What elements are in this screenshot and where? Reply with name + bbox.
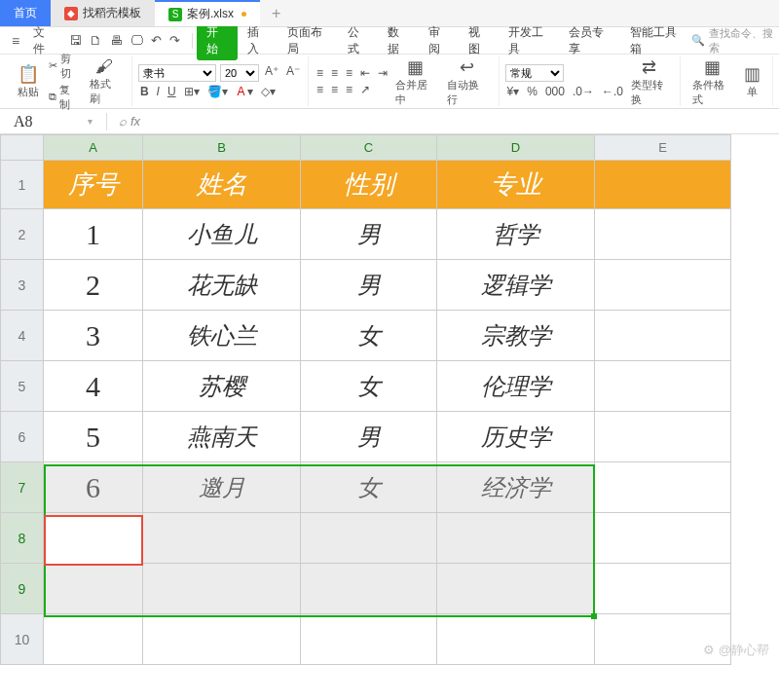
col-header-B[interactable]: B [143,135,301,161]
cell-style-button[interactable]: ▥单 [738,63,766,99]
font-color-button[interactable]: A▾ [234,85,255,98]
conditional-format-button[interactable]: ▦条件格式 [686,56,738,107]
align-center-icon[interactable]: ≡ [329,83,340,96]
menu-tab-review[interactable]: 审阅 [419,24,459,57]
wrap-text-button[interactable]: ↩自动换行 [441,56,493,107]
indent-dec-icon[interactable]: ⇤ [358,66,372,80]
row-header[interactable]: 3 [1,260,44,311]
cell[interactable]: 男 [301,260,437,311]
cell[interactable]: 花无缺 [143,260,301,311]
cell[interactable] [437,614,595,665]
row-header[interactable]: 6 [1,412,44,462]
menu-tab-formula[interactable]: 公式 [338,24,378,57]
undo-icon[interactable]: ↶ [151,33,162,48]
align-right-icon[interactable]: ≡ [344,83,354,96]
cell[interactable]: 女 [301,311,437,361]
dec-inc-icon[interactable]: .0→ [571,85,596,98]
save-icon[interactable]: 🖫 [69,33,82,48]
align-bot-icon[interactable]: ≡ [344,66,354,80]
cell[interactable]: 序号 [44,161,143,209]
cell[interactable] [595,462,731,513]
cell[interactable]: 专业 [437,161,595,209]
cell[interactable] [143,564,301,614]
cell[interactable] [44,513,143,564]
cell[interactable] [143,513,301,564]
cell[interactable] [143,614,301,665]
percent-icon[interactable]: % [525,85,539,98]
number-format-select[interactable]: 常规 [505,64,564,82]
cell[interactable] [301,513,437,564]
cell[interactable]: 邀月 [143,462,301,513]
cell[interactable]: 哲学 [437,209,595,260]
font-size-select[interactable]: 20 [220,64,259,82]
cell[interactable] [301,564,437,614]
cell[interactable]: 铁心兰 [143,311,301,361]
col-header-C[interactable]: C [301,135,437,161]
row-header[interactable]: 5 [1,361,44,412]
cell[interactable] [595,564,731,614]
currency-icon[interactable]: ¥▾ [505,85,522,98]
cell[interactable] [44,614,143,665]
underline-button[interactable]: U [166,85,178,98]
menu-tab-start[interactable]: 开始 [197,21,237,60]
italic-button[interactable]: I [155,85,162,98]
cell[interactable] [437,513,595,564]
increase-font-icon[interactable]: A⁺ [263,64,280,82]
cell[interactable]: 经济学 [437,462,595,513]
align-mid-icon[interactable]: ≡ [329,66,340,80]
cell[interactable]: 女 [301,462,437,513]
cell[interactable] [595,361,731,412]
cell[interactable]: 男 [301,209,437,260]
cell[interactable]: 姓名 [143,161,301,209]
cell[interactable]: 4 [44,361,143,412]
paste-button[interactable]: 📋粘贴 [12,63,45,99]
menu-tab-ai[interactable]: 智能工具箱 [620,24,691,57]
col-header-E[interactable]: E [595,135,731,161]
cell[interactable] [595,513,731,564]
cut-button[interactable]: ✂剪切 [49,52,80,81]
menu-tab-insert[interactable]: 插入 [238,24,278,57]
cell[interactable]: 燕南天 [143,412,301,462]
copy-button[interactable]: ⧉复制 [49,83,80,112]
name-box[interactable]: A8 ▾ [0,113,107,130]
cell-grid[interactable]: A B C D E 1 序号 姓名 性别 专业 21小鱼儿男哲学 32花无缺男逻… [0,134,731,665]
cell[interactable]: 历史学 [437,412,595,462]
clear-format-button[interactable]: ◇▾ [259,85,278,98]
row-header[interactable]: 1 [1,161,44,209]
col-header-A[interactable]: A [44,135,143,161]
align-top-icon[interactable]: ≡ [315,66,325,80]
cell[interactable]: 宗教学 [437,311,595,361]
cell[interactable]: 5 [44,412,143,462]
tab-workbook[interactable]: S 案例.xlsx [155,0,260,26]
new-tab-button[interactable]: + [260,5,292,22]
comma-icon[interactable]: 000 [543,85,567,98]
col-header-D[interactable]: D [437,135,595,161]
tab-home[interactable]: 首页 [0,0,51,26]
type-convert-button[interactable]: ⇄类型转换 [625,56,674,107]
command-search[interactable]: 🔍 查找命令、搜索 [691,26,773,55]
row-header[interactable]: 4 [1,311,44,361]
tab-templates[interactable]: ◆ 找稻壳模板 [51,0,155,26]
merge-center-button[interactable]: ▦合并居中 [390,56,441,107]
cell[interactable] [437,564,595,614]
row-header[interactable]: 9 [1,564,44,614]
row-header[interactable]: 8 [1,513,44,564]
cell[interactable]: 苏樱 [143,361,301,412]
cell[interactable] [595,209,731,260]
cell[interactable]: 逻辑学 [437,260,595,311]
indent-inc-icon[interactable]: ⇥ [376,66,390,80]
cell[interactable]: 伦理学 [437,361,595,412]
cell[interactable]: 6 [44,462,143,513]
menu-tab-layout[interactable]: 页面布局 [278,24,338,57]
cell[interactable]: 2 [44,260,143,311]
row-header[interactable]: 7 [1,462,44,513]
fill-color-button[interactable]: 🪣▾ [205,85,230,98]
menu-tab-view[interactable]: 视图 [459,24,499,57]
cell[interactable]: 1 [44,209,143,260]
fx-label[interactable]: fx [107,114,152,129]
cell[interactable] [595,260,731,311]
dec-dec-icon[interactable]: ←.0 [600,85,625,98]
cell[interactable] [44,564,143,614]
menu-tab-vip[interactable]: 会员专享 [559,24,619,57]
decrease-font-icon[interactable]: A⁻ [284,64,302,82]
